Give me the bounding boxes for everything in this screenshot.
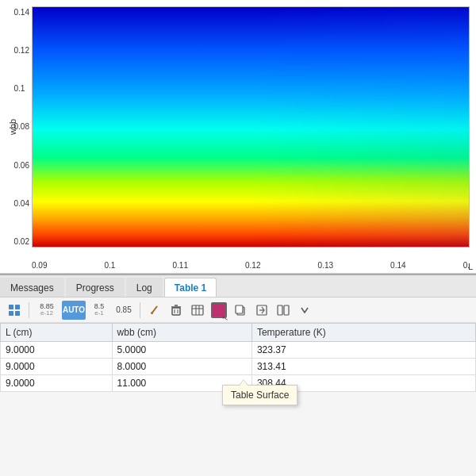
x-tick: 0.11 bbox=[173, 261, 188, 270]
svg-rect-1 bbox=[15, 305, 20, 309]
col-header-l: L (cm) bbox=[1, 324, 113, 342]
col-header-temp: Temperature (K) bbox=[251, 324, 475, 342]
svg-rect-0 bbox=[9, 305, 13, 309]
cell-l: 9.0000 bbox=[1, 359, 113, 375]
x-tick: 0.09 bbox=[32, 261, 47, 270]
x-tick: 0.12 bbox=[245, 261, 260, 270]
table-add-btn[interactable] bbox=[188, 301, 207, 320]
svg-rect-2 bbox=[9, 311, 13, 316]
x-tick: 0.1 bbox=[105, 261, 116, 270]
cell-temp: 313.41 bbox=[251, 359, 475, 375]
x-tick: 0.14 bbox=[390, 261, 405, 270]
separator2 bbox=[140, 302, 140, 318]
y-tick: 0.06 bbox=[14, 161, 29, 170]
decimal-label: 8.85 e-12 bbox=[40, 303, 54, 317]
paint-icon bbox=[149, 305, 160, 316]
cell-l: 9.0000 bbox=[1, 375, 113, 392]
auto-label: AUTO bbox=[63, 305, 85, 314]
y-tick: 0.02 bbox=[14, 237, 29, 246]
svg-rect-6 bbox=[172, 308, 180, 315]
columns-btn[interactable] bbox=[274, 301, 293, 320]
chevron-down-icon bbox=[301, 307, 309, 313]
table-container[interactable]: L (cm) wbb (cm) Temperature (K) 9.0000 5… bbox=[0, 323, 476, 392]
tooltip-text: Table Surface bbox=[231, 390, 289, 401]
x-axis-label: L bbox=[468, 262, 473, 271]
cell-l: 9.0000 bbox=[1, 342, 113, 359]
y-tick: 0.08 bbox=[14, 122, 29, 131]
cell-wbb: 8.0000 bbox=[112, 359, 251, 375]
table-row: 9.0000 8.0000 313.41 bbox=[1, 359, 476, 375]
delete-btn[interactable] bbox=[167, 301, 186, 320]
tooltip: Table Surface bbox=[222, 385, 298, 405]
grid-icon-btn[interactable] bbox=[5, 301, 24, 320]
delete-icon bbox=[171, 305, 182, 316]
auto-btn[interactable]: AUTO bbox=[62, 301, 86, 320]
decimal-btn[interactable]: 8.85 e-12 bbox=[34, 301, 60, 320]
pink-surface-btn[interactable]: ↖ bbox=[209, 301, 228, 320]
x-tick: 0.13 bbox=[318, 261, 333, 270]
copy-btn[interactable] bbox=[231, 301, 250, 320]
data-table: L (cm) wbb (cm) Temperature (K) 9.0000 5… bbox=[0, 323, 476, 392]
svg-rect-19 bbox=[278, 305, 282, 315]
y-tick: 0.14 bbox=[14, 8, 29, 17]
table-section: Table Surface L (cm) wbb (cm) Temperatur… bbox=[0, 323, 476, 392]
svg-point-5 bbox=[151, 312, 153, 314]
table-row: 9.0000 5.0000 323.37 bbox=[1, 342, 476, 359]
bottom-panel: Messages Progress Log Table 1 8.85 e-12 … bbox=[0, 274, 476, 476]
svg-rect-16 bbox=[236, 305, 243, 313]
table-icon bbox=[191, 305, 204, 316]
chart-area: wbb 0.14 0.12 0.1 0.08 0.06 0.04 0.02 bbox=[0, 0, 476, 274]
copy-icon bbox=[235, 305, 246, 316]
tab-progress[interactable]: Progress bbox=[66, 278, 125, 297]
paint-btn[interactable] bbox=[145, 301, 164, 320]
dropdown-btn[interactable] bbox=[295, 301, 314, 320]
columns-icon bbox=[277, 305, 290, 316]
tooltip-arrow-inner bbox=[240, 380, 248, 386]
svg-rect-11 bbox=[192, 305, 203, 315]
decimal3-btn[interactable]: 0.85 bbox=[113, 301, 135, 320]
svg-line-4 bbox=[152, 306, 157, 313]
tab-messages[interactable]: Messages bbox=[0, 278, 64, 297]
export-icon bbox=[256, 305, 267, 316]
y-tick: 0.12 bbox=[14, 46, 29, 55]
grid-icon bbox=[8, 304, 21, 317]
export-btn[interactable] bbox=[252, 301, 271, 320]
y-tick: 0.1 bbox=[14, 84, 29, 93]
y-tick: 0.04 bbox=[14, 199, 29, 208]
decimal3-label: 0.85 bbox=[116, 305, 131, 314]
svg-rect-20 bbox=[284, 305, 289, 315]
decimal2-btn[interactable]: 8.5 e-1 bbox=[88, 301, 110, 320]
tab-table1[interactable]: Table 1 bbox=[164, 278, 217, 297]
cell-temp: 323.37 bbox=[251, 342, 475, 359]
svg-rect-3 bbox=[15, 311, 20, 316]
toolbar: 8.85 e-12 AUTO 8.5 e-1 0.85 bbox=[0, 298, 476, 323]
tabs-bar: Messages Progress Log Table 1 bbox=[0, 275, 476, 298]
separator bbox=[29, 302, 29, 318]
col-header-wbb: wbb (cm) bbox=[112, 324, 251, 342]
cell-wbb: 5.0000 bbox=[112, 342, 251, 359]
decimal2-label: 8.5 e-1 bbox=[94, 303, 105, 317]
tab-log[interactable]: Log bbox=[126, 278, 163, 297]
